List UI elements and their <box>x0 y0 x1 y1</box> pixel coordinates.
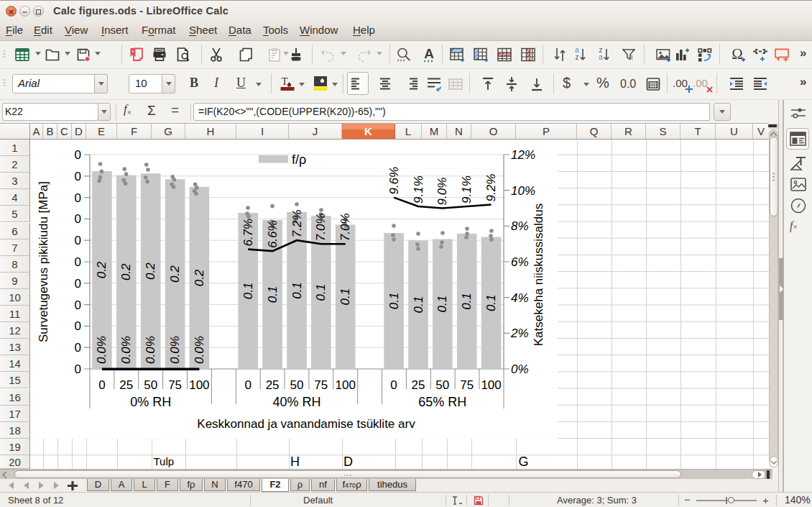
svg-text:0.1: 0.1 <box>412 296 425 314</box>
svg-text:0.1: 0.1 <box>290 282 304 299</box>
svg-text:0: 0 <box>390 378 397 392</box>
svg-text:9.2%: 9.2% <box>484 174 498 202</box>
svg-text:Survetugevus pikikiudu [MPa]: Survetugevus pikikiudu [MPa] <box>37 181 50 342</box>
svg-text:0.2: 0.2 <box>168 265 182 283</box>
svg-text:7.0%: 7.0% <box>314 213 328 241</box>
svg-text:H: H <box>290 455 300 469</box>
svg-text:0.1: 0.1 <box>484 294 498 311</box>
svg-text:65% RH: 65% RH <box>418 395 466 409</box>
svg-text:25: 25 <box>412 378 425 392</box>
svg-text:0: 0 <box>75 234 81 247</box>
svg-text:0.1: 0.1 <box>387 293 401 310</box>
svg-text:0.1: 0.1 <box>314 284 328 301</box>
svg-text:0.2: 0.2 <box>193 269 206 286</box>
svg-text:0.0%: 0.0% <box>193 336 206 364</box>
svg-text:Katsekeha niiskussisaldus: Katsekeha niiskussisaldus <box>532 204 545 346</box>
svg-text:0: 0 <box>244 378 251 392</box>
svg-text:0: 0 <box>75 277 81 291</box>
svg-text:75: 75 <box>168 378 182 392</box>
svg-text:7.0%: 7.0% <box>338 213 352 241</box>
svg-text:0.2: 0.2 <box>119 263 133 280</box>
svg-text:40% RH: 40% RH <box>272 395 320 409</box>
svg-text:0.1: 0.1 <box>460 293 474 310</box>
svg-text:a: a <box>599 53 603 61</box>
svg-text:0: 0 <box>75 191 81 205</box>
svg-text:0.1: 0.1 <box>266 286 280 303</box>
svg-text:0: 0 <box>75 319 81 333</box>
svg-text:f/ρ: f/ρ <box>292 152 306 167</box>
svg-text:0%: 0% <box>511 362 529 376</box>
svg-text:0.2: 0.2 <box>95 261 109 278</box>
svg-text:0.0%: 0.0% <box>144 336 157 364</box>
svg-text:Ω: Ω <box>732 46 743 63</box>
svg-text:Keskkonnad ja vanandamise tsük: Keskkonnad ja vanandamise tsüklite arv <box>197 417 415 431</box>
svg-text:0.1: 0.1 <box>241 283 255 300</box>
svg-text:0.1: 0.1 <box>435 296 449 313</box>
svg-text:10%: 10% <box>511 184 535 198</box>
svg-text:8%: 8% <box>511 219 529 233</box>
svg-text:0: 0 <box>75 298 81 312</box>
svg-text:75: 75 <box>314 378 328 392</box>
svg-text:75: 75 <box>460 378 474 392</box>
svg-text:0.0%: 0.0% <box>119 336 133 364</box>
svg-text:z: z <box>576 53 579 61</box>
svg-text:4%: 4% <box>511 291 529 305</box>
svg-text:25: 25 <box>119 378 133 392</box>
svg-text:0: 0 <box>98 378 105 392</box>
svg-text:0: 0 <box>75 148 81 162</box>
svg-text:G: G <box>519 455 529 469</box>
svg-text:0: 0 <box>75 341 81 355</box>
svg-text:6%: 6% <box>511 255 529 269</box>
svg-text:D: D <box>343 455 353 469</box>
svg-text:A: A <box>424 46 434 61</box>
svg-text:6.6%: 6.6% <box>266 220 280 248</box>
svg-text:9.1%: 9.1% <box>412 175 425 204</box>
svg-text:0: 0 <box>75 362 81 376</box>
svg-text:100: 100 <box>481 378 501 392</box>
svg-text:7.2%: 7.2% <box>290 209 304 237</box>
svg-text:q: q <box>629 53 632 60</box>
svg-text:0.0%: 0.0% <box>95 336 109 364</box>
svg-text:Tulp: Tulp <box>154 455 175 467</box>
svg-text:9.6%: 9.6% <box>387 167 401 195</box>
svg-text:50: 50 <box>144 378 157 392</box>
svg-text:50: 50 <box>290 378 304 392</box>
svg-text:6.7%: 6.7% <box>241 219 255 247</box>
svg-text:2%: 2% <box>510 326 529 340</box>
svg-text:50: 50 <box>435 378 449 392</box>
svg-text:0: 0 <box>75 255 81 269</box>
svg-text:9.1%: 9.1% <box>460 175 474 204</box>
svg-text:0: 0 <box>75 212 81 226</box>
svg-text:0% RH: 0% RH <box>130 395 171 409</box>
svg-text:25: 25 <box>266 378 280 392</box>
svg-text:0.2: 0.2 <box>144 262 157 280</box>
svg-text:0.0%: 0.0% <box>168 336 182 364</box>
svg-text:0.1: 0.1 <box>338 288 352 306</box>
svg-text:12%: 12% <box>511 148 535 162</box>
svg-text:T: T <box>281 76 287 87</box>
svg-text:100: 100 <box>336 378 356 392</box>
svg-text:0: 0 <box>75 170 81 183</box>
svg-text:9.0%: 9.0% <box>435 178 449 206</box>
svg-text:100: 100 <box>189 378 209 392</box>
